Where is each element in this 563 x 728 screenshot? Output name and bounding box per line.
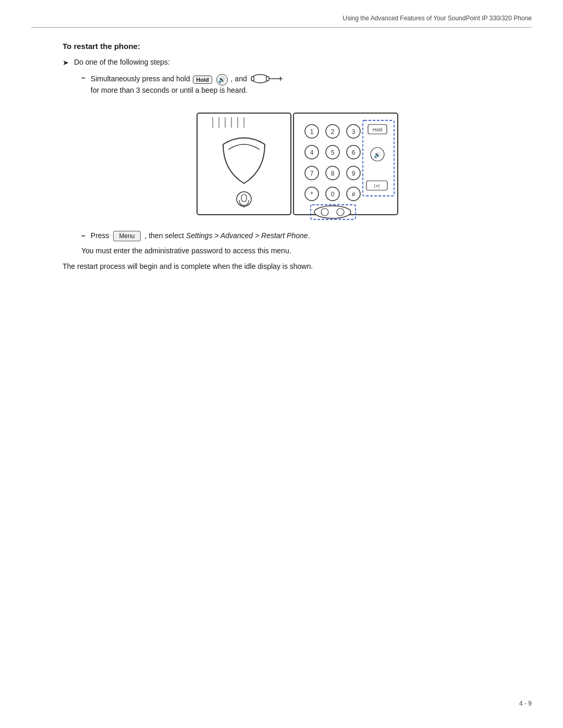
svg-point-14 [237,192,251,206]
page-number: 4 - 9 [519,700,532,707]
hold-button-inline: Hold [193,76,212,84]
svg-text:0: 0 [331,191,335,198]
svg-text:🔊: 🔊 [374,151,381,158]
period: . [308,231,310,240]
arrow-icon: ➤ [63,58,69,67]
svg-text:9: 9 [352,170,356,177]
dash-line-1: Simultaneously press and hold Hold 🔊 , a… [91,73,521,86]
svg-rect-2 [266,77,269,81]
menu-button-inline: Menu [113,231,140,241]
dash-list: – Simultaneously press and hold Hold 🔊 ,… [81,73,521,241]
dash-symbol-2: – [81,231,85,240]
dash-content-1: Simultaneously press and hold Hold 🔊 , a… [91,73,521,94]
svg-text:Hold: Hold [373,127,383,132]
svg-text:8: 8 [331,170,335,177]
svg-text:7: 7 [310,170,314,177]
svg-text:2: 2 [331,128,335,135]
dash-item-2: – Press Menu , then select Settings > Ad… [81,231,521,241]
and-word: , and [231,75,249,83]
dash-item-1: – Simultaneously press and hold Hold 🔊 ,… [81,73,521,94]
svg-text:⟨•⟩: ⟨•⟩ [374,183,380,189]
simultaneously-text: Simultaneously press and hold [91,75,192,83]
main-content: To restart the phone: ➤ Do one of the fo… [63,42,521,272]
dash-content-2: Press Menu , then select Settings > Adva… [91,231,521,241]
svg-point-48 [321,208,328,216]
arrow-item-text: Do one of the following steps: [74,58,170,66]
arrow-list-item: ➤ Do one of the following steps: [63,58,521,67]
svg-rect-1 [251,77,254,81]
section-heading: To restart the phone: [63,42,521,51]
header-rule [31,27,532,28]
headset-icon-inline [251,73,287,86]
svg-text:1: 1 [310,128,314,135]
svg-text:5: 5 [331,149,335,156]
speaker-button-inline: 🔊 [216,74,228,85]
svg-text:6: 6 [352,149,356,156]
svg-point-49 [337,208,344,216]
svg-point-0 [252,75,268,83]
dash-symbol-1: – [81,73,85,82]
svg-point-47 [314,206,351,218]
then-select-text: , then select [144,231,186,240]
dash-line-2: for more than 3 seconds or until a beep … [91,86,521,94]
bottom-paragraph: The restart process will begin and is co… [63,261,521,272]
page-header-text: Using the Advanced Features of Your Soun… [342,15,532,22]
admin-note: You must enter the administrative passwo… [81,246,521,255]
svg-text:3: 3 [352,128,356,135]
settings-path-italic: Settings > Advanced > Restart Phone [186,231,308,240]
svg-text:*: * [311,191,313,198]
svg-text:#: # [352,191,356,198]
press-text: Press [91,231,109,240]
phone-diagram: 1 2 3 4 5 6 7 8 9 [81,103,521,223]
svg-text:4: 4 [310,149,314,156]
